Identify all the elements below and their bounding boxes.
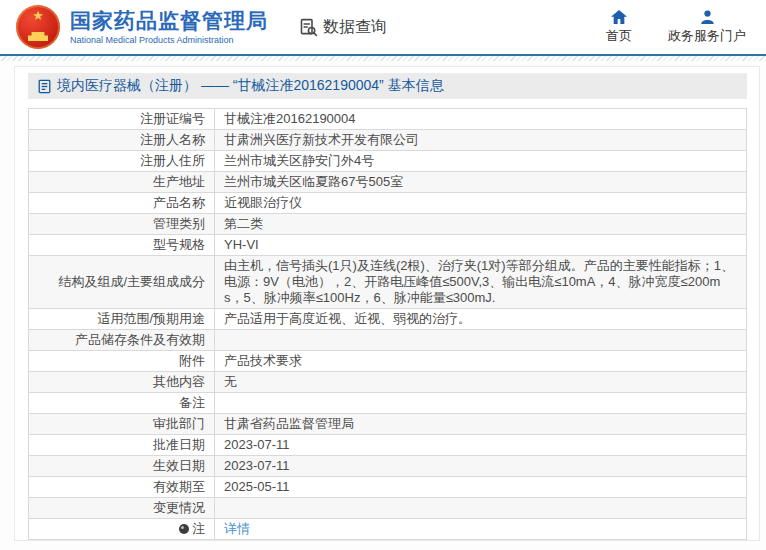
table-row: 适用范围/预期用途产品适用于高度近视、近视、弱视的治疗。: [29, 309, 747, 330]
row-value: [215, 498, 747, 519]
table-row: 型号规格YH-VI: [29, 235, 747, 256]
table-row: 变更情况: [29, 498, 747, 519]
row-label-text: 审批部门: [153, 416, 205, 431]
row-value: 兰州市城关区静安门外4号: [215, 151, 747, 172]
nav-home[interactable]: 首页: [606, 10, 632, 45]
row-label: 附件: [29, 351, 215, 372]
row-label: 产品名称: [29, 193, 215, 214]
row-label-text: 注册人名称: [140, 132, 205, 147]
site-title: 国家药品监督管理局: [70, 9, 268, 32]
row-label: 型号规格: [29, 235, 215, 256]
gate-icon: [28, 32, 48, 41]
row-value: 甘肃省药品监督管理局: [215, 414, 747, 435]
row-label-text: 生产地址: [153, 174, 205, 189]
row-label: 适用范围/预期用途: [29, 309, 215, 330]
table-row: 结构及组成/主要组成成分由主机，信号插头(1只)及连线(2根)、治疗夹(1对)等…: [29, 256, 747, 309]
row-label: 有效期至: [29, 477, 215, 498]
row-label-text: 结构及组成/主要组成成分: [58, 274, 205, 289]
table-row: 注册证编号甘械注准20162190004: [29, 109, 747, 130]
row-value: 2023-07-11: [215, 456, 747, 477]
row-label-text: 注: [192, 521, 205, 536]
row-label-text: 有效期至: [153, 479, 205, 494]
brand-text: 国家药品监督管理局 National Medical Products Admi…: [70, 9, 268, 45]
table-row: 其他内容无: [29, 372, 747, 393]
nav-gov-portal-label: 政务服务门户: [668, 27, 746, 45]
row-label-text: 生效日期: [153, 458, 205, 473]
nav-gov-portal[interactable]: 政务服务门户: [668, 10, 746, 45]
row-label-text: 产品名称: [153, 195, 205, 210]
document-search-icon: [298, 17, 319, 38]
site-subtitle: National Medical Products Administration: [70, 35, 268, 45]
home-icon: [611, 10, 627, 24]
table-row: 注册人住所兰州市城关区静安门外4号: [29, 151, 747, 172]
table-row: 注册人名称甘肃洲兴医疗新技术开发有限公司: [29, 130, 747, 151]
row-label-text: 型号规格: [153, 237, 205, 252]
star-icon: ★: [32, 9, 44, 22]
user-icon: [700, 10, 715, 24]
row-value: 甘肃洲兴医疗新技术开发有限公司: [215, 130, 747, 151]
row-value: 产品技术要求: [215, 351, 747, 372]
row-value: 2025-05-11: [215, 477, 747, 498]
row-label: 注册人住所: [29, 151, 215, 172]
table-row: 生效日期2023-07-11: [29, 456, 747, 477]
row-label-text: 其他内容: [153, 374, 205, 389]
page-title-bar: 境内医疗器械（注册） —— “甘械注准20162190004” 基本信息: [28, 73, 747, 99]
row-label: 变更情况: [29, 498, 215, 519]
site-header: ★ 国家药品监督管理局 National Medical Products Ad…: [0, 0, 766, 56]
row-label: 生产地址: [29, 172, 215, 193]
row-label: 备注: [29, 393, 215, 414]
row-label: 注册人名称: [29, 130, 215, 151]
row-label-text: 备注: [179, 395, 205, 410]
row-value: 兰州市城关区临夏路67号505室: [215, 172, 747, 193]
table-row: 注详情: [29, 519, 747, 540]
row-value: 由主机，信号插头(1只)及连线(2根)、治疗夹(1对)等部分组成。产品的主要性能…: [215, 256, 747, 309]
row-label-text: 注册人住所: [140, 153, 205, 168]
national-emblem-icon: ★: [16, 5, 60, 49]
row-label: 审批部门: [29, 414, 215, 435]
row-value: YH-VI: [215, 235, 747, 256]
table-row: 批准日期2023-07-11: [29, 435, 747, 456]
site-logo[interactable]: ★ 国家药品监督管理局 National Medical Products Ad…: [16, 5, 268, 49]
row-value: 详情: [215, 519, 747, 540]
row-value: 近视眼治疗仪: [215, 193, 747, 214]
row-value: 第二类: [215, 214, 747, 235]
table-row: 产品名称近视眼治疗仪: [29, 193, 747, 214]
data-query-button[interactable]: 数据查询: [298, 17, 387, 38]
row-label-text: 批准日期: [153, 437, 205, 452]
table-row: 管理类别第二类: [29, 214, 747, 235]
header-hatch-divider: [0, 56, 766, 61]
row-label-text: 适用范围/预期用途: [97, 311, 205, 326]
row-value: [215, 393, 747, 414]
row-label-text: 管理类别: [153, 216, 205, 231]
document-icon: [38, 79, 51, 94]
row-value: 产品适用于高度近视、近视、弱视的治疗。: [215, 309, 747, 330]
row-label-text: 产品储存条件及有效期: [75, 332, 205, 347]
row-value: 无: [215, 372, 747, 393]
table-row: 备注: [29, 393, 747, 414]
table-row: 生产地址兰州市城关区临夏路67号505室: [29, 172, 747, 193]
table-row: 产品储存条件及有效期: [29, 330, 747, 351]
nav-home-label: 首页: [606, 27, 632, 45]
row-label: 结构及组成/主要组成成分: [29, 256, 215, 309]
row-value: 2023-07-11: [215, 435, 747, 456]
row-label-text: 变更情况: [153, 500, 205, 515]
row-value: [215, 330, 747, 351]
table-row: 附件产品技术要求: [29, 351, 747, 372]
header-nav: 首页 政务服务门户: [606, 10, 746, 45]
row-label-text: 附件: [179, 353, 205, 368]
row-label: 管理类别: [29, 214, 215, 235]
row-label: 产品储存条件及有效期: [29, 330, 215, 351]
detail-link[interactable]: 详情: [224, 521, 250, 536]
note-icon: [179, 524, 189, 534]
data-query-label: 数据查询: [323, 17, 387, 38]
row-value: 甘械注准20162190004: [215, 109, 747, 130]
table-row: 有效期至2025-05-11: [29, 477, 747, 498]
row-label: 其他内容: [29, 372, 215, 393]
row-label: 注: [29, 519, 215, 540]
table-row: 审批部门甘肃省药品监督管理局: [29, 414, 747, 435]
page-title: 境内医疗器械（注册） —— “甘械注准20162190004” 基本信息: [57, 77, 444, 95]
row-label-text: 注册证编号: [140, 111, 205, 126]
row-label: 批准日期: [29, 435, 215, 456]
row-label: 生效日期: [29, 456, 215, 477]
registration-info-table: 注册证编号甘械注准20162190004注册人名称甘肃洲兴医疗新技术开发有限公司…: [28, 108, 747, 540]
